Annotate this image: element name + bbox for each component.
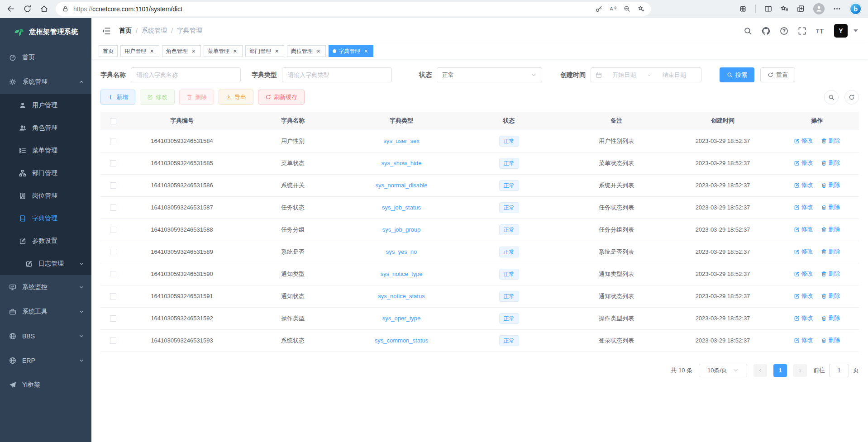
tab-user-mgmt[interactable]: 用户管理× [120,45,159,57]
sidebar-item-dict-mgmt[interactable]: 字典管理 [0,207,91,230]
split-screen-icon[interactable] [764,5,772,13]
tab-post-mgmt[interactable]: 岗位管理× [287,45,326,57]
close-tab-icon[interactable]: × [190,48,197,55]
sidebar-item-menu-mgmt[interactable]: 菜单管理 [0,139,91,162]
sidebar-item-system-monitor[interactable]: 系统监控 [0,275,91,299]
row-checkbox[interactable] [110,204,116,211]
sidebar-item-param-settings[interactable]: 参数设置 [0,230,91,252]
sidebar-item-post-mgmt[interactable]: 岗位管理 [0,185,91,207]
collections-icon[interactable] [797,5,805,13]
tab-menu-mgmt[interactable]: 菜单管理× [204,45,243,57]
font-size-icon[interactable]: TT [816,27,825,35]
row-checkbox[interactable] [110,160,116,166]
bing-chat-icon[interactable]: b [849,3,862,15]
lock-icon[interactable] [62,5,69,12]
profile-avatar[interactable] [813,3,825,14]
read-aloud-icon[interactable]: A [610,5,616,12]
dict-type-input[interactable] [282,67,392,82]
sidebar-item-role-mgmt[interactable]: 角色管理 [0,117,91,139]
sidebar-item-dept-mgmt[interactable]: 部门管理 [0,162,91,185]
fullscreen-icon[interactable] [798,27,806,35]
tab-dept-mgmt[interactable]: 部门管理× [245,45,284,57]
export-button[interactable]: 导出 [219,90,253,105]
favorites-icon[interactable] [781,5,788,13]
github-icon[interactable] [762,27,770,35]
sidebar-item-system-tools[interactable]: 系统工具 [0,299,91,324]
row-checkbox[interactable] [110,227,116,233]
user-avatar[interactable]: Y [834,24,848,38]
breadcrumb-home[interactable]: 首页 [119,27,132,35]
sidebar-item-log-mgmt[interactable]: 日志管理 [0,252,91,275]
refresh-table-button[interactable] [844,90,859,105]
sidebar-item-home[interactable]: 首页 [0,45,91,70]
edit-button[interactable]: 修改 [140,90,175,105]
row-checkbox[interactable] [110,293,116,299]
row-checkbox[interactable] [110,182,116,189]
close-tab-icon[interactable]: × [273,48,280,55]
zoom-out-icon[interactable] [624,5,630,12]
page-number-1[interactable]: 1 [773,364,787,377]
dict-type-link[interactable]: sys_common_status [375,337,429,344]
status-select[interactable]: 正常 [437,67,542,82]
tab-home[interactable]: 首页 [99,45,118,57]
row-checkbox[interactable] [110,337,116,344]
row-delete-link[interactable]: 删除 [821,181,840,189]
row-delete-link[interactable]: 删除 [821,247,840,256]
dict-type-link[interactable]: sys_normal_disable [376,182,428,189]
dict-type-link[interactable]: sys_job_status [382,204,421,211]
row-delete-link[interactable]: 删除 [821,159,840,167]
extensions-icon[interactable] [739,5,747,13]
goto-page-input[interactable] [829,364,849,377]
tab-role-mgmt[interactable]: 角色管理× [162,45,201,57]
dict-type-link[interactable]: sys_notice_status [378,293,424,299]
dict-type-link[interactable]: sys_job_group [382,226,421,233]
row-edit-link[interactable]: 修改 [794,181,813,189]
prev-page-button[interactable] [754,364,767,377]
row-checkbox[interactable] [110,138,116,144]
add-button[interactable]: 新增 [100,90,135,105]
sidebar-item-yi-framework[interactable]: Yi框架 [0,373,91,397]
refresh-cache-button[interactable]: 刷新缓存 [258,90,305,105]
row-edit-link[interactable]: 修改 [794,137,813,145]
page-size-select[interactable]: 10条/页 [699,364,747,377]
row-delete-link[interactable]: 删除 [821,225,840,233]
sidebar-item-user-mgmt[interactable]: 用户管理 [0,94,91,117]
select-all-checkbox[interactable] [110,118,116,124]
sidebar-item-system-mgmt[interactable]: 系统管理 [0,70,91,94]
back-icon[interactable] [6,5,15,13]
row-delete-link[interactable]: 删除 [821,314,840,322]
row-checkbox[interactable] [110,271,116,277]
row-edit-link[interactable]: 修改 [794,203,813,211]
row-checkbox[interactable] [110,315,116,322]
row-edit-link[interactable]: 修改 [794,270,813,278]
close-tab-icon[interactable]: × [362,48,369,55]
toggle-search-button[interactable] [824,90,839,105]
sidebar-item-erp[interactable]: ERP [0,348,91,373]
row-checkbox[interactable] [110,249,116,255]
search-button[interactable]: 搜索 [720,67,754,82]
dict-type-link[interactable]: sys_show_hide [382,160,422,166]
row-edit-link[interactable]: 修改 [794,159,813,167]
reload-icon[interactable] [23,5,32,13]
row-edit-link[interactable]: 修改 [794,292,813,300]
row-delete-link[interactable]: 删除 [821,270,840,278]
row-edit-link[interactable]: 修改 [794,314,813,322]
collapse-sidebar-icon[interactable] [101,26,111,36]
dict-name-input[interactable] [131,67,241,82]
delete-button[interactable]: 删除 [179,90,214,105]
add-favorite-icon[interactable] [638,5,644,12]
row-delete-link[interactable]: 删除 [821,292,840,300]
row-delete-link[interactable]: 删除 [821,203,840,211]
dict-type-link[interactable]: sys_yes_no [386,248,417,255]
reset-button[interactable]: 重置 [760,67,795,82]
settings-more-icon[interactable] [833,5,841,13]
help-icon[interactable] [780,27,788,35]
row-delete-link[interactable]: 删除 [821,137,840,145]
dict-type-link[interactable]: sys_notice_type [380,271,422,277]
next-page-button[interactable] [793,364,807,377]
row-edit-link[interactable]: 修改 [794,336,813,344]
row-edit-link[interactable]: 修改 [794,225,813,233]
search-icon[interactable] [744,27,752,35]
close-tab-icon[interactable]: × [148,48,155,55]
date-range-picker[interactable]: 开始日期 - 结束日期 [591,67,701,82]
